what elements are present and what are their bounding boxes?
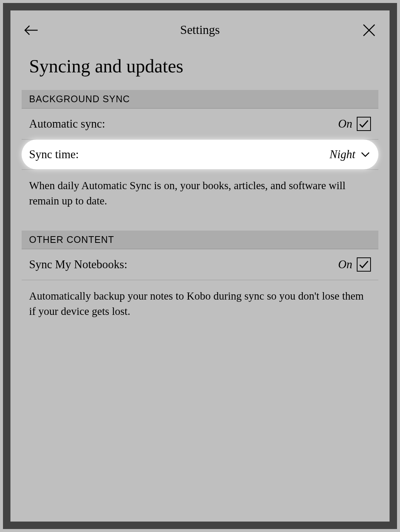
automatic-sync-value: On bbox=[338, 117, 352, 131]
close-button[interactable] bbox=[360, 21, 378, 40]
close-icon bbox=[362, 23, 376, 37]
back-arrow-icon bbox=[23, 23, 38, 38]
automatic-sync-label: Automatic sync: bbox=[29, 117, 105, 131]
sync-time-label: Sync time: bbox=[29, 148, 79, 161]
checkmark-icon bbox=[359, 259, 369, 270]
sync-time-dropdown[interactable] bbox=[360, 149, 371, 160]
sync-time-value: Night bbox=[330, 148, 355, 161]
sync-time-wrapper: Sync time: Night bbox=[22, 140, 378, 170]
chevron-down-icon bbox=[361, 152, 370, 157]
page-title: Syncing and updates bbox=[10, 46, 390, 90]
checkmark-icon bbox=[359, 119, 369, 129]
sync-notebooks-value: On bbox=[338, 258, 352, 271]
device-frame: Settings Syncing and updates BACKGROUND … bbox=[3, 3, 397, 529]
sync-notebooks-label: Sync My Notebooks: bbox=[29, 258, 127, 271]
back-button[interactable] bbox=[22, 21, 40, 40]
sync-notebooks-value-group: On bbox=[338, 257, 371, 272]
screen: Settings Syncing and updates BACKGROUND … bbox=[10, 10, 390, 522]
section-header-other-content: OTHER CONTENT bbox=[22, 231, 378, 249]
section-gap bbox=[10, 219, 390, 231]
section-header-background-sync: BACKGROUND SYNC bbox=[22, 90, 378, 109]
other-content-description: Automatically backup your notes to Kobo … bbox=[10, 280, 390, 330]
sync-time-row[interactable]: Sync time: Night bbox=[22, 140, 378, 169]
sync-time-value-group: Night bbox=[330, 148, 371, 161]
automatic-sync-row[interactable]: Automatic sync: On bbox=[22, 109, 378, 140]
header-bar: Settings bbox=[10, 10, 390, 46]
sync-notebooks-checkbox[interactable] bbox=[357, 257, 371, 272]
header-title: Settings bbox=[180, 23, 220, 37]
background-sync-description: When daily Automatic Sync is on, your bo… bbox=[10, 170, 390, 219]
sync-notebooks-row[interactable]: Sync My Notebooks: On bbox=[22, 249, 378, 280]
automatic-sync-value-group: On bbox=[338, 117, 371, 131]
automatic-sync-checkbox[interactable] bbox=[357, 117, 371, 131]
